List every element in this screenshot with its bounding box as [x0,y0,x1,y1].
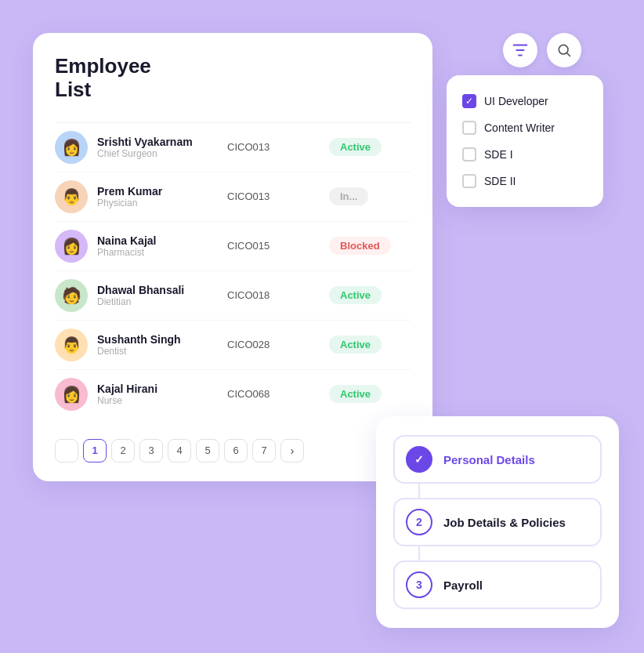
employee-name: Dhawal Bhansali [97,284,184,296]
pagination-prev[interactable] [55,439,78,463]
employee-role: Chief Surgeon [97,148,193,159]
employee-role: Dentist [97,346,181,357]
filter-label: SDE I [484,148,513,161]
pagination-page-btn[interactable]: 3 [139,439,163,463]
steps-card: ✓ Personal Details 2 Job Details & Polic… [376,416,619,628]
step-number: ✓ [406,446,432,473]
step-item[interactable]: ✓ Personal Details [393,435,602,484]
status-badge: Active [329,286,382,304]
step-number: 2 [406,509,432,535]
filter-label: SDE II [484,175,516,187]
avatar: 👨 [55,180,88,213]
employee-name: Kajal Hirani [97,383,157,395]
table-row[interactable]: 👩 Srishti Vyakarnam Chief Surgeon CICO01… [55,123,411,172]
employee-role: Physician [97,198,162,209]
employee-info: 👩 Srishti Vyakarnam Chief Surgeon [55,131,227,164]
filter-item[interactable]: SDE I [459,141,591,168]
status-badge: Active [329,385,382,403]
filter-item[interactable]: Content Writer [459,114,591,141]
employee-name: Prem Kumar [97,185,162,198]
employee-info: 👩 Kajal Hirani Nurse [55,378,227,411]
table-row[interactable]: 👩 Kajal Hirani Nurse CICO068 Active [55,370,411,419]
employee-table-body: 👩 Srishti Vyakarnam Chief Surgeon CICO01… [55,123,411,419]
employee-role: Pharmacist [97,247,156,258]
employee-id: CICO068 [227,388,329,400]
avatar: 👩 [55,131,88,164]
pagination-page-btn[interactable]: 5 [196,439,219,463]
filter-checkbox[interactable] [462,147,476,161]
search-button[interactable] [547,33,581,67]
filter-label: UI Developer [484,95,548,107]
employee-name: Sushanth Singh [97,333,181,346]
filter-item[interactable]: ✓ UI Developer [459,88,591,114]
filter-checkbox[interactable] [462,121,476,135]
avatar: 👩 [55,378,88,411]
filter-button[interactable] [503,33,537,67]
employee-name: Srishti Vyakarnam [97,136,193,148]
filter-checkbox[interactable] [462,174,476,188]
status-badge: In... [329,187,368,205]
table-row[interactable]: 👨 Sushanth Singh Dentist CICO028 Active [55,321,411,370]
table-row[interactable]: 👨 Prem Kumar Physician CICO013 In... [55,172,411,222]
step-item[interactable]: 2 Job Details & Policies [393,498,602,546]
pagination: 1234567 › [55,433,411,463]
employee-info: 🧑 Dhawal Bhansali Dietitian [55,279,227,312]
pagination-page-btn[interactable]: 7 [252,439,276,463]
employee-id: CICO018 [227,289,329,301]
pagination-pages: 1234567 [83,439,276,463]
employee-id: CICO028 [227,339,329,350]
avatar: 👩 [55,230,88,263]
pagination-page-btn[interactable]: 2 [111,439,135,463]
employee-info: 👩 Naina Kajal Pharmacist [55,230,227,263]
step-label: Payroll [443,579,483,592]
filter-icon [512,42,529,59]
step-number: 3 [406,571,432,598]
status-badge: Blocked [329,237,391,255]
employee-role: Nurse [97,395,157,406]
employee-name: Naina Kajal [97,234,156,247]
employee-id: CICO013 [227,141,329,153]
search-icon [556,42,572,58]
pagination-next[interactable]: › [280,439,304,463]
avatar: 🧑 [55,279,88,312]
status-badge: Active [329,336,382,354]
pagination-page-btn[interactable]: 1 [83,439,107,463]
step-label: Job Details & Policies [443,516,566,529]
table-row[interactable]: 👩 Naina Kajal Pharmacist CICO015 Blocked [55,222,411,271]
pagination-page-btn[interactable]: 6 [224,439,248,463]
step-connector [418,546,420,560]
employee-list-card: EmployeeList 👩 Srishti Vyakarnam Chief S… [33,33,432,481]
employee-id: CICO015 [227,240,329,252]
pagination-page-btn[interactable]: 4 [168,439,191,463]
table-header [55,116,411,123]
employee-info: 👨 Prem Kumar Physician [55,180,227,213]
avatar: 👨 [55,328,88,361]
step-connector [418,484,420,498]
employee-info: 👨 Sushanth Singh Dentist [55,328,227,361]
status-badge: Active [329,138,382,156]
step-item[interactable]: 3 Payroll [393,560,602,609]
employee-role: Dietitian [97,296,184,307]
employee-id: CICO013 [227,190,329,202]
filter-label: Content Writer [484,122,555,134]
filter-item[interactable]: SDE II [459,168,591,194]
filter-dropdown: ✓ UI Developer Content Writer SDE I SDE … [447,75,603,207]
card-title: EmployeeList [55,55,411,102]
icon-bar [503,33,581,67]
step-label: Personal Details [443,453,535,466]
filter-checkbox[interactable]: ✓ [462,94,476,108]
table-row[interactable]: 🧑 Dhawal Bhansali Dietitian CICO018 Acti… [55,271,411,321]
